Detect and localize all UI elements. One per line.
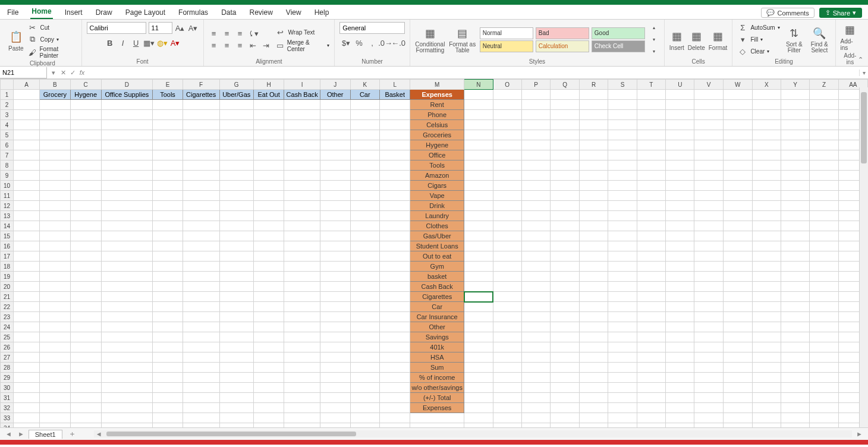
cell-T26[interactable] [637,342,665,352]
cell-T11[interactable] [637,191,665,201]
cell-F19[interactable] [183,272,219,282]
cell-G12[interactable] [219,201,253,211]
cell-H11[interactable] [253,191,284,201]
cell-S28[interactable] [608,363,637,373]
cell-L11[interactable] [380,191,410,201]
cell-Z24[interactable] [810,322,838,332]
cell-R14[interactable] [579,221,608,231]
cell-H28[interactable] [253,363,284,373]
cell-C5[interactable] [70,130,101,140]
cell-W26[interactable] [723,342,752,352]
cell-K24[interactable] [350,322,380,332]
cell-V21[interactable] [694,292,723,302]
cell-P7[interactable] [522,150,551,160]
cell-A27[interactable] [14,352,40,363]
row-header-32[interactable]: 32 [1,403,14,413]
cell-B1[interactable]: Grocery [39,90,70,100]
cell-A22[interactable] [14,302,40,312]
cell-Q27[interactable] [551,352,580,363]
row-header-9[interactable]: 9 [1,171,14,181]
cell-G11[interactable] [219,191,253,201]
cell-A31[interactable] [14,393,40,403]
row-header-2[interactable]: 2 [1,100,14,110]
cell-G28[interactable] [219,363,253,373]
cell-B33[interactable] [39,413,70,423]
cell-C30[interactable] [70,383,101,393]
cell-Y12[interactable] [781,201,809,211]
hscroll-left[interactable]: ◄ [94,430,104,437]
cell-L19[interactable] [380,272,410,282]
cell-Q32[interactable] [551,403,580,413]
cell-Y27[interactable] [781,352,809,363]
cell-U22[interactable] [666,302,694,312]
cell-X21[interactable] [752,292,781,302]
cell-N23[interactable] [464,312,493,322]
cell-G4[interactable] [219,120,253,130]
cell-R17[interactable] [579,251,608,262]
share-button[interactable]: ⇪ Share ▾ [819,8,862,18]
cell-Q16[interactable] [551,241,580,251]
cell-I28[interactable] [284,363,320,373]
cell-Q33[interactable] [551,413,580,423]
addins-button[interactable]: ▦ Add-ins [841,22,860,51]
cell-J2[interactable] [320,100,350,110]
cell-M23[interactable]: Car Insurance [410,312,464,322]
row-header-14[interactable]: 14 [1,221,14,231]
cell-V15[interactable] [694,231,723,241]
cell-Z22[interactable] [810,302,838,312]
cell-C20[interactable] [70,282,101,292]
cell-Z10[interactable] [810,181,838,191]
cell-B7[interactable] [39,150,70,160]
cell-T1[interactable] [637,90,665,100]
cell-P29[interactable] [522,373,551,383]
cell-U32[interactable] [666,403,694,413]
cell-K7[interactable] [350,150,380,160]
cell-T10[interactable] [637,181,665,191]
cell-K17[interactable] [350,251,380,262]
cell-R7[interactable] [579,150,608,160]
cell-J25[interactable] [320,332,350,342]
cell-O5[interactable] [493,130,522,140]
hscroll-right[interactable]: ► [854,430,864,437]
cell-N34[interactable] [464,423,493,428]
cell-E5[interactable] [153,130,183,140]
cell-Y21[interactable] [781,292,809,302]
cell-D20[interactable] [101,282,153,292]
cell-C29[interactable] [70,373,101,383]
cell-P3[interactable] [522,110,551,120]
cell-N24[interactable] [464,322,493,332]
cell-P27[interactable] [522,352,551,363]
cell-L18[interactable] [380,262,410,272]
cell-J27[interactable] [320,352,350,363]
tab-help[interactable]: Help [313,7,331,19]
cell-C26[interactable] [70,342,101,352]
cell-T6[interactable] [637,140,665,150]
styles-more[interactable]: ▾ [649,46,659,57]
cell-B4[interactable] [39,120,70,130]
cell-Q13[interactable] [551,211,580,221]
cell-N18[interactable] [464,262,493,272]
row-header-23[interactable]: 23 [1,312,14,322]
cell-Z29[interactable] [810,373,838,383]
cell-A17[interactable] [14,251,40,262]
cell-M14[interactable]: Clothes [410,221,464,231]
cell-C28[interactable] [70,363,101,373]
cell-M9[interactable]: Amazon [410,171,464,181]
paste-button[interactable]: 📋 [11,29,21,45]
cell-O34[interactable] [493,423,522,428]
cell-W5[interactable] [723,130,752,140]
cell-G30[interactable] [219,383,253,393]
row-header-1[interactable]: 1 [1,90,14,100]
cell-C13[interactable] [70,211,101,221]
decrease-indent-button[interactable]: ⇤ [248,40,259,51]
cell-F5[interactable] [183,130,219,140]
cell-C11[interactable] [70,191,101,201]
cell-U14[interactable] [666,221,694,231]
cell-S22[interactable] [608,302,637,312]
tab-file[interactable]: File [6,7,20,19]
cell-C22[interactable] [70,302,101,312]
cell-D24[interactable] [101,322,153,332]
cell-V30[interactable] [694,383,723,393]
column-header-S[interactable]: S [608,80,637,90]
cell-V18[interactable] [694,262,723,272]
